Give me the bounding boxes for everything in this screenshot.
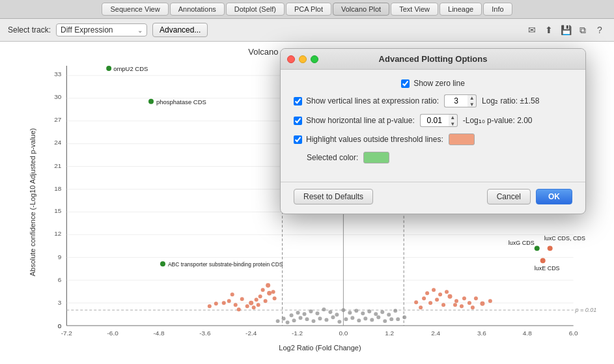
- export-icon[interactable]: ⬆: [542, 23, 555, 36]
- save-icon[interactable]: 💾: [559, 23, 572, 36]
- tab-pca-plot[interactable]: PCA Plot: [286, 3, 331, 16]
- copy-icon[interactable]: ⧉: [576, 23, 589, 36]
- svg-text:Log2 Ratio (Fold Change): Log2 Ratio (Fold Change): [279, 344, 361, 352]
- show-zero-line-label: Show zero line: [401, 79, 465, 88]
- pvalue-up-arrow-icon[interactable]: ▲: [449, 115, 457, 121]
- svg-text:luxC CDS, CDS: luxC CDS, CDS: [544, 235, 585, 242]
- svg-text:18: 18: [54, 185, 62, 192]
- highlight-label: Highlight values outside threshold lines…: [294, 135, 443, 144]
- svg-text:p = 0.01: p = 0.01: [575, 307, 597, 313]
- svg-point-91: [318, 316, 322, 320]
- svg-text:3.6: 3.6: [477, 329, 486, 337]
- advanced-button[interactable]: Advanced...: [152, 23, 208, 37]
- svg-point-108: [309, 309, 313, 313]
- selected-color-row: Selected color:: [294, 152, 572, 163]
- show-zero-line-row: Show zero line: [294, 79, 572, 88]
- up-arrow-icon[interactable]: ▲: [467, 95, 476, 102]
- svg-point-121: [393, 309, 397, 313]
- svg-point-49: [264, 299, 268, 303]
- tab-lineage[interactable]: Lineage: [440, 3, 482, 16]
- svg-point-89: [305, 317, 309, 321]
- svg-point-77: [488, 299, 492, 303]
- svg-text:4.8: 4.8: [523, 329, 532, 337]
- cancel-button[interactable]: Cancel: [487, 189, 531, 204]
- svg-text:luxE CDS: luxE CDS: [535, 265, 560, 272]
- track-select-dropdown[interactable]: Diff Expression ⌄: [56, 23, 147, 36]
- vertical-lines-row: Show vertical lines at expression ratio:…: [294, 94, 572, 107]
- svg-point-98: [363, 316, 367, 320]
- svg-point-97: [357, 318, 361, 322]
- tab-info[interactable]: Info: [483, 3, 512, 16]
- svg-point-96: [350, 316, 354, 320]
- tab-sequence-view[interactable]: Sequence View: [102, 3, 168, 16]
- reset-defaults-button[interactable]: Reset to Defaults: [294, 189, 373, 204]
- svg-point-105: [290, 313, 294, 317]
- svg-point-60: [230, 292, 234, 296]
- pvalue-input[interactable]: [420, 114, 449, 127]
- highlight-checkbox[interactable]: [294, 135, 302, 144]
- select-track-label: Select track:: [8, 25, 51, 35]
- close-button[interactable]: [287, 55, 295, 63]
- svg-point-116: [361, 311, 365, 315]
- horizontal-line-checkbox[interactable]: [294, 117, 302, 125]
- svg-point-68: [428, 301, 432, 305]
- svg-point-87: [292, 318, 296, 322]
- svg-text:-4.8: -4.8: [153, 329, 165, 337]
- help-icon[interactable]: ?: [593, 23, 606, 36]
- svg-point-61: [214, 301, 218, 305]
- dialog-title: Advanced Plotting Options: [379, 54, 488, 64]
- tab-volcano-plot[interactable]: Volcano Plot: [333, 3, 389, 16]
- svg-point-134: [540, 258, 546, 263]
- pvalue-arrows[interactable]: ▲ ▼: [449, 114, 458, 127]
- svg-point-69: [435, 298, 439, 301]
- svg-point-124: [106, 66, 111, 71]
- svg-point-51: [273, 296, 277, 300]
- tab-annotations[interactable]: Annotations: [170, 3, 225, 16]
- vertical-ratio-input[interactable]: [444, 94, 467, 107]
- svg-text:luxG CDS: luxG CDS: [509, 240, 535, 246]
- svg-point-82: [445, 290, 449, 294]
- svg-point-70: [441, 303, 445, 307]
- svg-point-126: [148, 99, 154, 104]
- svg-text:9: 9: [58, 253, 62, 260]
- highlight-color-swatch[interactable]: [449, 133, 475, 145]
- minimize-button[interactable]: [299, 55, 307, 63]
- svg-point-118: [374, 312, 378, 316]
- email-icon[interactable]: ✉: [525, 23, 538, 36]
- svg-text:21: 21: [54, 162, 62, 169]
- svg-point-64: [266, 283, 270, 288]
- svg-point-94: [337, 320, 341, 324]
- svg-text:24: 24: [54, 139, 62, 146]
- svg-point-80: [432, 288, 436, 292]
- svg-text:1.2: 1.2: [385, 329, 394, 337]
- svg-point-52: [234, 303, 238, 307]
- svg-point-95: [344, 317, 348, 321]
- svg-point-75: [474, 296, 478, 300]
- pvalue-down-arrow-icon[interactable]: ▼: [449, 121, 457, 127]
- traffic-lights: [287, 55, 318, 63]
- vertical-lines-checkbox[interactable]: [294, 97, 302, 105]
- down-arrow-icon[interactable]: ▼: [467, 102, 476, 107]
- svg-text:2.4: 2.4: [431, 329, 440, 337]
- svg-point-93: [331, 315, 335, 319]
- svg-text:12: 12: [54, 230, 62, 237]
- advanced-dialog: Advanced Plotting Options Show zero line…: [280, 48, 586, 214]
- svg-text:3: 3: [58, 299, 62, 306]
- ok-button[interactable]: OK: [536, 189, 572, 204]
- vertical-ratio-arrows[interactable]: ▲ ▼: [467, 94, 477, 107]
- svg-point-132: [548, 245, 553, 251]
- maximize-button[interactable]: [311, 55, 318, 63]
- svg-point-113: [341, 308, 345, 312]
- toolbar-right-icons: ✉ ⬆ 💾 ⧉ ?: [525, 23, 606, 36]
- tab-dotplot[interactable]: Dotplot (Self): [226, 3, 285, 16]
- svg-point-99: [370, 318, 374, 322]
- svg-text:-6.0: -6.0: [107, 329, 119, 337]
- svg-point-48: [258, 294, 262, 298]
- svg-point-115: [354, 309, 358, 313]
- svg-text:ABC transporter substrate-bind: ABC transporter substrate-binding protei…: [168, 261, 283, 268]
- tab-text-view[interactable]: Text View: [391, 3, 438, 16]
- show-zero-line-checkbox[interactable]: [401, 79, 410, 88]
- selected-color-swatch[interactable]: [363, 152, 389, 163]
- toolbar: Select track: Diff Expression ⌄ Advanced…: [0, 19, 614, 42]
- svg-point-128: [160, 261, 165, 266]
